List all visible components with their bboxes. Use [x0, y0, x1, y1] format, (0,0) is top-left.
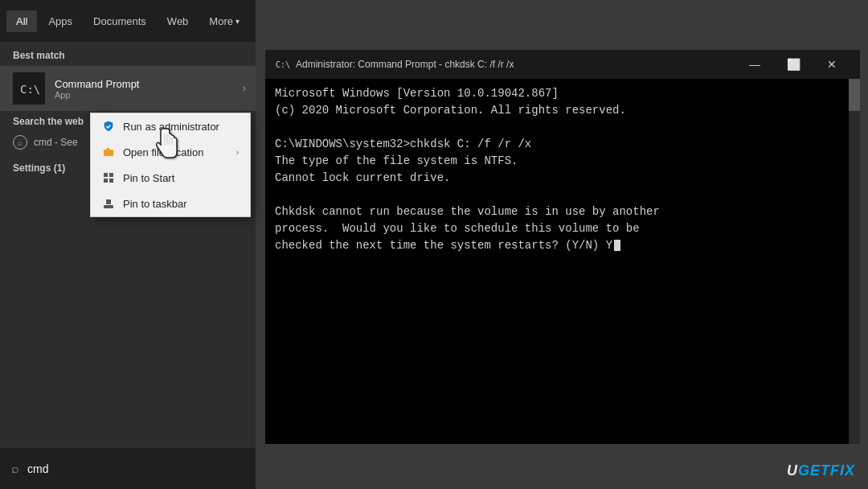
command-prompt-item[interactable]: C:\> Command Prompt App ›: [0, 66, 256, 111]
cmd-app-icon: C:\>: [13, 72, 45, 105]
search-input[interactable]: [27, 462, 244, 475]
tab-all[interactable]: All: [6, 10, 37, 32]
svg-rect-4: [109, 173, 113, 177]
search-bar: ⌕: [0, 447, 256, 489]
shield-icon: [102, 120, 115, 133]
search-web-text: cmd - See: [34, 137, 78, 148]
cmd-icon-svg: C:\>: [18, 77, 40, 100]
run-as-admin-label: Run as administrator: [123, 121, 239, 133]
svg-rect-6: [109, 179, 113, 183]
context-open-file-location[interactable]: Open file location ›: [91, 139, 250, 165]
chevron-down-icon: ▾: [235, 17, 240, 26]
tab-web[interactable]: Web: [158, 10, 199, 32]
maximize-button[interactable]: ⬜: [775, 50, 812, 79]
cmd-scrollbar[interactable]: [849, 79, 860, 444]
cmd-scrollbar-thumb[interactable]: [849, 79, 860, 111]
app-type: App: [55, 90, 139, 100]
svg-text:C:\: C:\: [276, 60, 289, 69]
search-web-icon: ⌕: [13, 135, 27, 150]
context-pin-to-start[interactable]: Pin to Start: [91, 165, 250, 191]
cmd-titlebar: C:\ Administrator: Command Prompt - chkd…: [265, 50, 860, 79]
cmd-title-icon: C:\: [275, 57, 289, 72]
start-tabs: All Apps Documents Web More ▾: [0, 0, 256, 42]
svg-text:C:\>: C:\>: [20, 83, 40, 96]
svg-rect-7: [104, 205, 113, 208]
watermark-accent: G: [798, 462, 810, 479]
tab-more[interactable]: More ▾: [199, 10, 249, 32]
best-match-label: Best match: [0, 42, 256, 66]
folder-icon: [102, 146, 115, 158]
minimize-button[interactable]: —: [736, 50, 773, 79]
tab-apps[interactable]: Apps: [39, 10, 82, 32]
cmd-body: Microsoft Windows [Version 10.0.19042.86…: [265, 79, 860, 444]
taskbar-icon: [102, 197, 115, 210]
svg-rect-8: [106, 199, 111, 204]
start-menu: All Apps Documents Web More ▾ Best match…: [0, 0, 256, 489]
search-bar-icon: ⌕: [11, 462, 19, 476]
open-file-location-label: Open file location: [123, 146, 228, 158]
cursor-blink: [614, 240, 620, 251]
tab-documents[interactable]: Documents: [84, 10, 156, 32]
context-menu: Run as administrator Open file location …: [90, 113, 251, 217]
svg-rect-5: [104, 179, 108, 183]
close-button[interactable]: ✕: [813, 50, 850, 79]
svg-rect-2: [104, 150, 113, 156]
context-pin-to-taskbar[interactable]: Pin to taskbar: [91, 191, 250, 216]
desktop: All Apps Documents Web More ▾ Best match…: [0, 0, 868, 489]
pin-start-icon: [102, 171, 115, 184]
cmd-title-text: Administrator: Command Prompt - chkdsk C…: [296, 59, 730, 70]
watermark-rest: ETFIX: [810, 462, 855, 479]
pin-to-taskbar-label: Pin to taskbar: [123, 198, 239, 210]
app-info: Command Prompt App: [55, 78, 139, 100]
pin-to-start-label: Pin to Start: [123, 172, 239, 184]
context-run-as-admin[interactable]: Run as administrator: [91, 113, 250, 139]
submenu-arrow-icon: ›: [236, 148, 239, 157]
cmd-window: C:\ Administrator: Command Prompt - chkd…: [265, 50, 860, 444]
app-arrow-icon: ›: [243, 83, 246, 94]
cmd-controls: — ⬜ ✕: [736, 50, 850, 79]
svg-rect-3: [104, 173, 108, 177]
watermark: UGETFIX: [787, 462, 855, 479]
app-name: Command Prompt: [55, 78, 139, 90]
cmd-output: Microsoft Windows [Version 10.0.19042.86…: [275, 85, 850, 254]
